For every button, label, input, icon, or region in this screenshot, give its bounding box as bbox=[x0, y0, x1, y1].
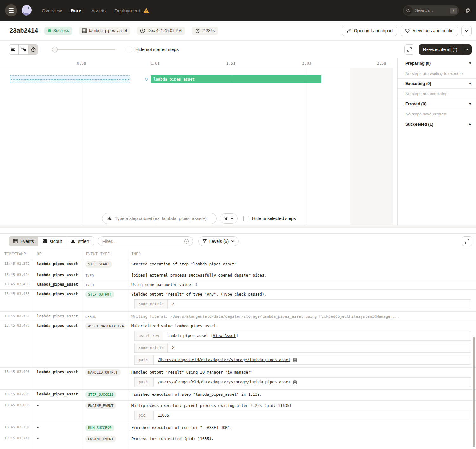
metadata-key: some_metric bbox=[135, 300, 168, 309]
log-op: lambda_pipes_asset bbox=[33, 280, 82, 289]
log-op: - bbox=[33, 423, 82, 434]
metadata-entry: pid11635 bbox=[134, 411, 471, 420]
log-info: Handled output "result" using IO manager… bbox=[128, 368, 476, 389]
tab-stderr[interactable]: stderr bbox=[66, 236, 94, 246]
log-timestamp: 13:45:03.470 bbox=[0, 321, 33, 367]
metadata-value: /Users/alangenfeld/data/dagster/storage/… bbox=[154, 378, 471, 387]
log-filter-placeholder: Filter... bbox=[102, 239, 184, 244]
log-row[interactable]: 13:45:03.716-ENGINE_EVENTProcess for run… bbox=[0, 434, 476, 445]
nav-item-deployment[interactable]: Deployment bbox=[114, 8, 140, 13]
metadata-value: 2 bbox=[168, 343, 471, 352]
metadata-key: path bbox=[135, 355, 154, 364]
sidebar-section-succeeded[interactable]: Succeeded (1)▸ bbox=[398, 119, 476, 129]
sidebar-section-preparing[interactable]: Preparing (0)▾ bbox=[398, 58, 476, 68]
log-row[interactable]: 13:45:03.498lambda_pipes_assetHANDLED_OU… bbox=[0, 368, 476, 390]
log-rows: captured_logsView stdout / stderr13:45:0… bbox=[0, 259, 476, 449]
log-scrollbar[interactable] bbox=[473, 337, 475, 447]
zoom-slider-thumb[interactable] bbox=[52, 47, 58, 52]
gear-icon[interactable] bbox=[465, 7, 471, 14]
sidebar-section-executing[interactable]: Executing (0)▾ bbox=[398, 79, 476, 89]
nav-item-overview[interactable]: Overview bbox=[42, 8, 62, 13]
top-nav: OverviewRunsAssetsDeployment Search... / bbox=[0, 0, 476, 21]
metadata-value: lambda_pipes_asset [View Asset] bbox=[163, 331, 471, 340]
metadata-key: pid bbox=[135, 411, 154, 420]
caret-collapsed-icon: ▸ bbox=[469, 122, 471, 126]
metadata-key: some_metric bbox=[135, 343, 168, 352]
log-row[interactable]: 13:45:03.470lambda_pipes_assetASSET_MATE… bbox=[0, 321, 476, 368]
chevron-down-icon bbox=[465, 29, 468, 32]
gantt-step-bar[interactable]: lambda_pipes_asset bbox=[151, 75, 321, 83]
gantt-expand-button[interactable] bbox=[404, 44, 414, 55]
nav-item-assets[interactable]: Assets bbox=[91, 8, 106, 13]
log-row[interactable]: 13:45:03.461lambda_pipes_assetDEBUGWriti… bbox=[0, 312, 476, 321]
log-row[interactable]: 13:45:03.424lambda_pipes_assetINFO[pipes… bbox=[0, 270, 476, 280]
log-expand-button[interactable] bbox=[462, 236, 472, 246]
open-in-launchpad-button[interactable]: Open in Launchpad bbox=[342, 26, 397, 36]
log-info: Process for run exited (pid: 11635). bbox=[128, 434, 476, 445]
log-timestamp: 13:45:03.505 bbox=[0, 390, 33, 400]
hamburger-menu-icon[interactable] bbox=[5, 4, 17, 16]
run-actions-dropdown-button[interactable] bbox=[461, 26, 472, 36]
view-tags-config-button[interactable]: View tags and config bbox=[401, 26, 458, 36]
metadata-value: 11635 bbox=[154, 411, 471, 420]
log-row[interactable]: 13:45:02.372lambda_pipes_assetSTEP_START… bbox=[0, 259, 476, 270]
hide-not-started-label: Hide not started steps bbox=[135, 47, 179, 52]
log-timestamp: 13:45:03.498 bbox=[0, 368, 33, 389]
layers-button[interactable] bbox=[220, 213, 238, 224]
warning-icon bbox=[143, 8, 149, 13]
search-input[interactable]: Search... / bbox=[403, 5, 459, 16]
log-timestamp: 13:45:03.696 bbox=[0, 401, 33, 423]
gantt-chart-area: lambda_pipes_asset Type a step subset (e… bbox=[0, 68, 397, 225]
hide-unselected-checkbox[interactable] bbox=[243, 216, 249, 221]
tab-events[interactable]: Events bbox=[9, 236, 38, 246]
log-timestamp: 13:45:03.716 bbox=[0, 434, 33, 445]
tab-stdout[interactable]: stdout bbox=[38, 236, 66, 246]
step-subset-placeholder: Type a step subset (ex: lambda_pipes_ass… bbox=[115, 216, 207, 221]
log-row[interactable]: 13:45:03.505lambda_pipes_assetSTEP_SUCCE… bbox=[0, 390, 476, 401]
timer-view-icon[interactable] bbox=[28, 44, 38, 55]
path-link[interactable]: /Users/alangenfeld/data/dagster/storage/… bbox=[158, 357, 290, 363]
log-filter-input[interactable]: Filter... bbox=[98, 236, 193, 246]
log-timestamp: 13:45:03.424 bbox=[0, 270, 33, 280]
log-message: Handled output "result" using IO manager… bbox=[131, 368, 471, 377]
job-tag[interactable]: lambda_pipes_asset bbox=[79, 27, 130, 35]
log-op: lambda_pipes_asset bbox=[33, 368, 82, 389]
event-type-text: INFO bbox=[85, 273, 94, 278]
log-info: Writing file at: /Users/alangenfeld/data… bbox=[128, 312, 476, 321]
reexecute-dropdown-caret[interactable] bbox=[462, 44, 472, 55]
log-row[interactable]: 13:45:03.438lambda_pipes_assetINFOUsing … bbox=[0, 280, 476, 290]
waterfall-view-icon[interactable] bbox=[18, 44, 29, 55]
path-link[interactable]: /Users/alangenfeld/data/dagster/storage/… bbox=[158, 379, 290, 385]
step-subset-input[interactable]: Type a step subset (ex: lambda_pipes_ass… bbox=[102, 213, 217, 224]
dagster-logo[interactable] bbox=[20, 3, 34, 17]
metadata-entry: path/Users/alangenfeld/data/dagster/stor… bbox=[134, 355, 471, 365]
expand-icon bbox=[465, 239, 469, 244]
log-message: Started execution of step "lambda_pipes_… bbox=[131, 259, 471, 269]
view-asset-link[interactable]: View Asset bbox=[213, 334, 236, 338]
search-placeholder: Search... bbox=[415, 8, 450, 13]
log-event-type: DEBUG bbox=[82, 312, 128, 321]
stopwatch-icon bbox=[195, 28, 200, 33]
log-op: - bbox=[33, 401, 82, 423]
log-op: lambda_pipes_asset bbox=[33, 390, 82, 400]
event-type-pill: ASSET_MATERIALIZAT… bbox=[85, 323, 125, 329]
event-type-pill: HANDLED_OUTPUT bbox=[85, 369, 121, 376]
copy-icon[interactable] bbox=[293, 380, 297, 384]
log-row[interactable]: 13:45:03.453lambda_pipes_assetSTEP_OUTPU… bbox=[0, 290, 476, 312]
zoom-slider[interactable] bbox=[52, 47, 115, 52]
nav-item-runs[interactable]: Runs bbox=[71, 8, 83, 13]
search-icon bbox=[404, 6, 413, 15]
flat-view-icon[interactable] bbox=[9, 44, 19, 55]
copy-icon[interactable] bbox=[293, 358, 297, 362]
clear-icon[interactable] bbox=[184, 239, 189, 244]
hide-not-started-checkbox[interactable] bbox=[127, 47, 132, 52]
log-row[interactable]: 13:45:03.696-ENGINE_EVENTMultiprocess ex… bbox=[0, 401, 476, 423]
log-row[interactable]: 13:45:03.701-RUN_SUCCESSFinished executi… bbox=[0, 423, 476, 434]
reexecute-all-button[interactable]: Re-execute all (*) bbox=[419, 44, 472, 55]
levels-filter-button[interactable]: Levels (6) bbox=[198, 236, 239, 246]
log-message: [pipes] external process successfully op… bbox=[131, 270, 471, 280]
panel-splitter[interactable] bbox=[0, 225, 476, 234]
log-event-type: STEP_OUTPUT bbox=[82, 290, 128, 311]
sidebar-section-errored[interactable]: Errored (0)▾ bbox=[398, 99, 476, 109]
log-info: Using some_parameter value: 1 bbox=[128, 280, 476, 289]
